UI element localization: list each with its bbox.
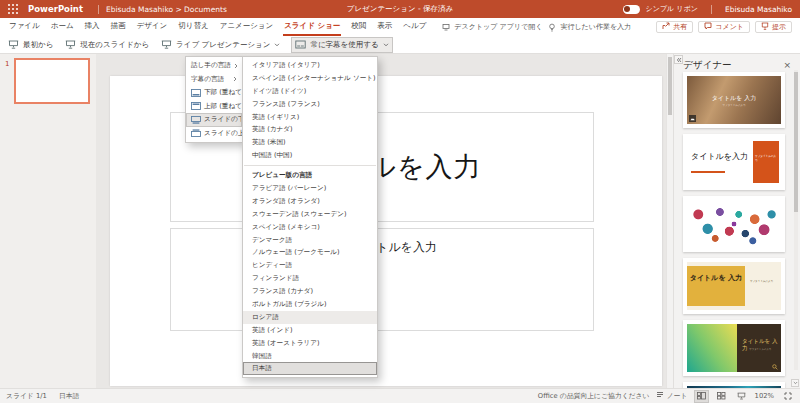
language-menu-item[interactable]: スペイン語 (インターナショナル ソート): [243, 72, 377, 85]
document-title[interactable]: プレゼンテーション - 保存済み: [347, 4, 454, 14]
language-menu-item[interactable]: 英語 (オーストラリア): [243, 337, 377, 350]
chevron-down-icon: [383, 43, 389, 47]
workspace: 1 タイトルを入力 サブタイトルを入力 デザイナー × タイトルを 入力 サブタ…: [0, 54, 800, 388]
slideshow-view-button[interactable]: [735, 391, 748, 402]
spoken-language-submenu: イタリア語 (イタリア) スペイン語 (インターナショナル ソート) ドイツ語 …: [242, 56, 378, 378]
scrollbar-thumb[interactable]: [794, 72, 798, 212]
designer-scrollbar[interactable]: [794, 70, 798, 370]
language-menu-item[interactable]: オランダ語 (オランダ): [243, 195, 377, 208]
language-menu-item[interactable]: フランス語 (フランス): [243, 98, 377, 111]
slide-thumbnail[interactable]: [14, 58, 90, 104]
slide-show-toolbar: 最初から 現在のスライドから ライブ プレゼンテーション 常に字幕を使用する: [0, 36, 800, 54]
menu-item-subtitle-language[interactable]: 字幕の言語: [186, 73, 242, 87]
tab-draw[interactable]: 描画: [110, 18, 127, 36]
zoom-level[interactable]: 102%: [755, 392, 774, 400]
language-menu-item[interactable]: フランス語 (カナダ): [243, 285, 377, 298]
language-menu-item[interactable]: スウェーデン語 (スウェーデン): [243, 208, 377, 221]
present-icon: [761, 22, 769, 32]
tab-design[interactable]: デザイン: [136, 18, 169, 36]
language-menu-item[interactable]: ドイツ語 (ドイツ): [243, 85, 377, 98]
language-menu-item[interactable]: フィンランド語: [243, 272, 377, 285]
open-in-desktop-button[interactable]: デスクトップ アプリで開く: [442, 18, 542, 36]
design-suggestion-card[interactable]: タイトルを 入力 サブタイトルの入力: [683, 72, 785, 128]
language-menu-item[interactable]: デンマーク語: [243, 234, 377, 247]
magnifier-icon: [772, 364, 778, 370]
slide-number: 1: [5, 60, 9, 68]
tab-home[interactable]: ホーム: [50, 18, 75, 36]
design-suggestion-card[interactable]: タイトルを 入力 サブタイトルの入力: [683, 320, 785, 376]
share-button[interactable]: 共有: [656, 21, 693, 33]
language-menu-item[interactable]: スペイン語 (メキシコ): [243, 221, 377, 234]
app-name: PowerPoint: [28, 4, 83, 14]
captions-icon: [295, 40, 306, 49]
always-use-subtitles-button[interactable]: 常に字幕を使用する: [292, 38, 391, 52]
feedback-link[interactable]: Office の品質向上にご協力ください: [538, 391, 649, 401]
design-suggestion-card[interactable]: タイトルを 入力 サブタイトルの入力: [683, 258, 785, 314]
language-menu-item[interactable]: 中国語 (中国): [243, 149, 377, 162]
design-suggestion-card[interactable]: [683, 382, 785, 388]
designer-title: デザイナー: [683, 59, 731, 72]
language-menu-item[interactable]: ノルウェー語 (ブークモール): [243, 246, 377, 259]
collapse-thumbnail-pane-button[interactable]: [674, 55, 683, 64]
live-presentation-button[interactable]: ライブ プレゼンテーション: [161, 40, 280, 50]
canvas-scrollbar[interactable]: [666, 54, 673, 388]
language-menu-item[interactable]: 英語 (イギリス): [243, 111, 377, 124]
normal-view-button[interactable]: [695, 391, 708, 402]
chevron-right-icon: [234, 63, 238, 69]
scroll-down-icon[interactable]: [791, 379, 799, 387]
present-button[interactable]: 提示: [755, 21, 792, 33]
slide-sorter-view-button[interactable]: [715, 391, 728, 402]
user-account[interactable]: Ebisuda Masahiko: [725, 5, 792, 14]
breadcrumb[interactable]: Ebisuda Masahiko > Documents: [106, 5, 227, 14]
divider: [98, 5, 99, 14]
desktop-app-icon: [442, 23, 450, 31]
language-menu-item[interactable]: ヒンディー語: [243, 259, 377, 272]
from-beginning-button[interactable]: 最初から: [8, 40, 53, 50]
simple-ribbon-toggle[interactable]: [623, 5, 640, 14]
language-menu-item[interactable]: イタリア語 (イタリア): [243, 59, 377, 72]
language-menu-item[interactable]: 英語 (米国): [243, 136, 377, 149]
caption-above-slide-icon: [191, 129, 201, 137]
tab-transitions[interactable]: 切り替え: [177, 18, 209, 36]
tab-slide-show[interactable]: スライド ショー: [283, 18, 341, 36]
caption-bottom-overlay-icon: [191, 89, 201, 97]
language-menu-item[interactable]: ポルトガル語 (ブラジル): [243, 298, 377, 311]
fit-to-window-icon[interactable]: [781, 391, 794, 402]
tab-insert[interactable]: 挿入: [84, 18, 101, 36]
chevron-down-icon: [274, 43, 280, 47]
menu-item-above-slide[interactable]: スライドの上: [186, 127, 242, 141]
tab-file[interactable]: ファイル: [8, 18, 41, 36]
slideshow-screen-icon: [8, 40, 19, 49]
slide-counter: スライド 1/1: [6, 391, 47, 401]
from-current-slide-button[interactable]: 現在のスライドから: [65, 40, 149, 50]
language-menu-item[interactable]: 韓国語: [243, 350, 377, 363]
language-menu-item[interactable]: アラビア語 (バーレーン): [243, 182, 377, 195]
language-status[interactable]: 日本語: [59, 391, 79, 401]
tab-help[interactable]: ヘルプ: [402, 18, 427, 36]
slide-thumbnail-pane: 1: [0, 54, 96, 388]
tell-me-box[interactable]: 実行したい作業を入力: [548, 18, 631, 36]
close-icon[interactable]: ×: [783, 61, 791, 70]
tab-view[interactable]: 表示: [376, 18, 393, 36]
notes-button[interactable]: ノート: [656, 391, 687, 401]
menu-item-bottom-overlaid[interactable]: 下部 (重ねて表示): [186, 86, 242, 100]
tab-animations[interactable]: アニメーション: [219, 18, 275, 36]
design-suggestion-card[interactable]: [683, 196, 785, 252]
scrollbar-thumb[interactable]: [668, 57, 672, 115]
language-menu-item[interactable]: 英語 (カナダ): [243, 123, 377, 136]
subtitle-placeholder[interactable]: サブタイトルを入力: [170, 228, 594, 331]
menu-item-below-slide[interactable]: スライドの下: [186, 113, 242, 127]
design-suggestion-card[interactable]: タイトルを入力 サブタイトルの入力: [683, 134, 785, 190]
notes-icon: [656, 391, 664, 401]
tab-review[interactable]: 校閲: [350, 18, 367, 36]
simple-ribbon-label: シンプル リボン: [646, 4, 698, 14]
app-launcher-icon[interactable]: [8, 4, 18, 14]
menu-item-spoken-language[interactable]: 話し手の言語: [186, 59, 242, 73]
comments-button[interactable]: コメント: [698, 21, 750, 33]
menu-item-top-overlaid[interactable]: 上部 (重ねて表示): [186, 100, 242, 114]
language-menu-item-russian[interactable]: ロシア語: [243, 311, 377, 324]
grid-texture: [745, 262, 781, 310]
app-header: PowerPoint Ebisuda Masahiko > Documents …: [0, 0, 800, 18]
language-menu-item-japanese[interactable]: 日本語: [243, 362, 377, 375]
language-menu-item[interactable]: 英語 (インド): [243, 324, 377, 337]
